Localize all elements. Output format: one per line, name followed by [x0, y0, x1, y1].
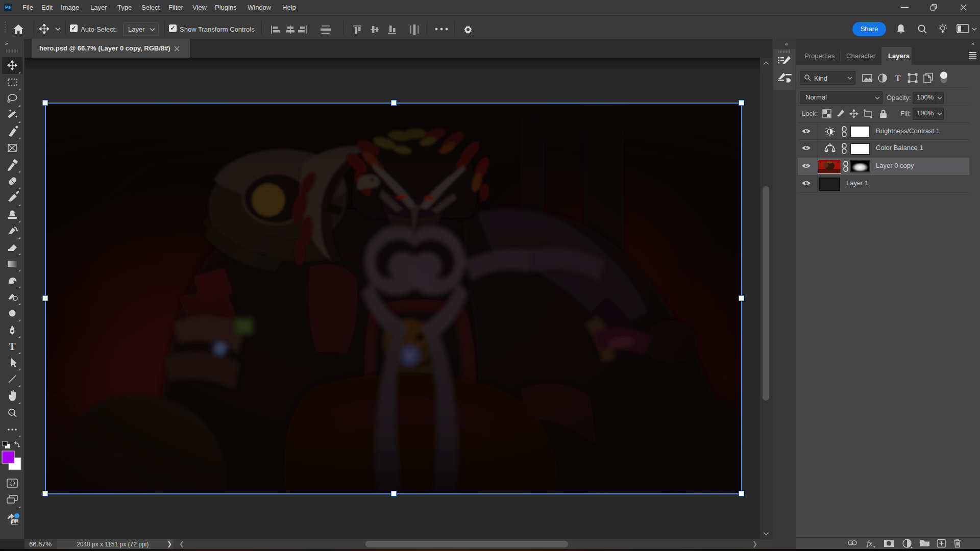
svg-text:fx: fx [867, 539, 872, 547]
svg-text:T: T [895, 73, 901, 83]
svg-text:T: T [9, 341, 16, 352]
